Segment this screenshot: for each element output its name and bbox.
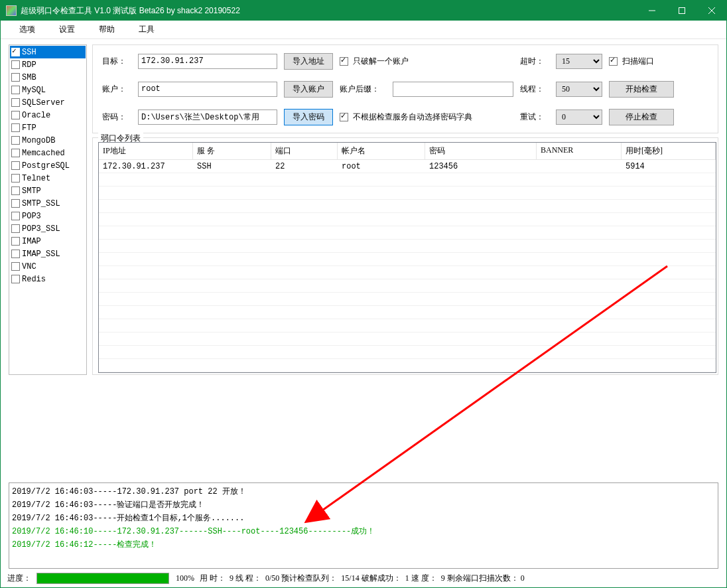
service-checkbox[interactable]: [11, 98, 20, 107]
service-label: FTP: [22, 123, 36, 133]
noauto-label: 不根据检查服务自动选择密码字典: [353, 111, 472, 123]
suffix-input[interactable]: [393, 82, 513, 97]
timeout-select[interactable]: 15: [556, 54, 602, 69]
service-item-ftp[interactable]: FTP: [10, 121, 86, 134]
service-item-vnc[interactable]: VNC: [10, 260, 86, 273]
only-one-checkbox[interactable]: [340, 57, 348, 66]
form-panel: 目标： 导入地址 只破解一个账户 超时： 15 扫描端口 账户：: [92, 44, 718, 133]
maximize-button[interactable]: [667, 1, 696, 21]
col-pass[interactable]: 密码: [425, 143, 537, 159]
service-label: IMAP: [22, 237, 41, 246]
start-button[interactable]: 开始检查: [609, 81, 674, 98]
col-ip[interactable]: IP地址: [99, 143, 193, 159]
service-checkbox[interactable]: [11, 48, 20, 56]
service-item-pop3[interactable]: POP3: [10, 210, 86, 222]
stop-button[interactable]: 停止检查: [609, 109, 674, 125]
col-banner[interactable]: BANNER: [537, 143, 622, 159]
service-item-redis[interactable]: Redis: [10, 273, 86, 285]
col-user[interactable]: 帐户名: [338, 143, 425, 159]
service-checkbox[interactable]: [11, 161, 20, 170]
service-item-smtp_ssl[interactable]: SMTP_SSL: [10, 197, 86, 210]
service-item-sqlserver[interactable]: SQLServer: [10, 96, 86, 109]
service-label: Oracle: [22, 111, 50, 120]
menu-tools[interactable]: 工具: [128, 21, 165, 38]
progress-pct: 100%: [176, 573, 194, 583]
menu-help[interactable]: 帮助: [88, 21, 125, 38]
table-row[interactable]: 172.30.91.237SSH22root1234565914: [99, 160, 716, 173]
log-panel[interactable]: 2019/7/2 16:46:03-----172.30.91.237 port…: [9, 482, 718, 569]
service-list[interactable]: SSHRDPSMBMySQLSQLServerOracleFTPMongoDBM…: [9, 44, 87, 375]
service-checkbox[interactable]: [11, 237, 20, 246]
status-bar: 进度： 100% 用 时： 9 线 程： 0/50 预计检查队列： 15/14 …: [1, 569, 726, 587]
col-time[interactable]: 用时[毫秒]: [622, 143, 716, 159]
log-line: 2019/7/2 16:46:12-----检查完成！: [12, 538, 715, 551]
status-text: 用 时： 9 线 程： 0/50 预计检查队列： 15/14 破解成功： 1 速…: [200, 573, 525, 584]
service-label: SSH: [22, 48, 36, 57]
suffix-label: 账户后缀：: [340, 84, 386, 95]
service-checkbox[interactable]: [11, 86, 20, 94]
minimize-button[interactable]: [637, 1, 667, 21]
col-service[interactable]: 服 务: [193, 143, 271, 159]
service-checkbox[interactable]: [11, 149, 20, 157]
user-label: 账户：: [102, 84, 131, 95]
threads-select[interactable]: 50: [556, 82, 602, 97]
log-line: 2019/7/2 16:46:03-----172.30.91.237 port…: [12, 485, 715, 498]
service-item-telnet[interactable]: Telnet: [10, 172, 86, 184]
menu-options[interactable]: 选项: [9, 21, 46, 38]
service-label: RDP: [22, 60, 36, 70]
service-item-imap[interactable]: IMAP: [10, 235, 86, 248]
service-item-smb[interactable]: SMB: [10, 71, 86, 84]
close-button[interactable]: [696, 1, 726, 21]
service-item-imap_ssl[interactable]: IMAP_SSL: [10, 248, 86, 260]
service-item-ssh[interactable]: SSH: [10, 46, 86, 58]
window-title: 超级弱口令检查工具 V1.0 测试版 Beta26 by shack2 2019…: [21, 5, 637, 17]
service-checkbox[interactable]: [11, 199, 20, 208]
retry-select[interactable]: 0: [556, 110, 602, 125]
user-input[interactable]: [138, 82, 277, 97]
service-label: MongoDB: [22, 136, 55, 145]
service-item-mysql[interactable]: MySQL: [10, 84, 86, 96]
scan-port-checkbox[interactable]: [609, 57, 618, 66]
result-table[interactable]: IP地址 服 务 端口 帐户名 密码 BANNER 用时[毫秒] 172.30.…: [98, 142, 716, 373]
service-label: PostgreSQL: [22, 161, 70, 171]
noauto-checkbox[interactable]: [340, 113, 348, 121]
service-checkbox[interactable]: [11, 123, 20, 132]
service-checkbox[interactable]: [11, 275, 20, 283]
service-checkbox[interactable]: [11, 73, 20, 82]
col-port[interactable]: 端口: [271, 143, 338, 159]
service-item-smtp[interactable]: SMTP: [10, 184, 86, 197]
title-bar: 超级弱口令检查工具 V1.0 测试版 Beta26 by shack2 2019…: [1, 1, 726, 21]
import-pass-button[interactable]: 导入密码: [284, 109, 333, 125]
service-checkbox[interactable]: [11, 212, 20, 220]
pass-label: 密码：: [102, 111, 131, 123]
pass-input[interactable]: [138, 110, 277, 125]
service-checkbox[interactable]: [11, 174, 20, 183]
service-checkbox[interactable]: [11, 224, 20, 233]
service-label: POP3: [22, 212, 41, 221]
service-checkbox[interactable]: [11, 111, 20, 119]
import-address-button[interactable]: 导入地址: [284, 53, 333, 70]
threads-label: 线程：: [520, 84, 549, 95]
target-label: 目标：: [102, 56, 131, 67]
service-checkbox[interactable]: [11, 262, 20, 271]
progress-label: 进度：: [7, 573, 31, 584]
service-checkbox[interactable]: [11, 186, 20, 195]
service-item-oracle[interactable]: Oracle: [10, 109, 86, 121]
import-user-button[interactable]: 导入账户: [284, 81, 333, 98]
progress-fill: [37, 573, 168, 583]
service-label: SMB: [22, 73, 36, 82]
service-item-mongodb[interactable]: MongoDB: [10, 134, 86, 147]
service-item-rdp[interactable]: RDP: [10, 58, 86, 71]
service-label: MySQL: [22, 86, 46, 95]
service-checkbox[interactable]: [11, 60, 20, 69]
service-checkbox[interactable]: [11, 250, 20, 258]
service-item-pop3_ssl[interactable]: POP3_SSL: [10, 222, 86, 235]
service-checkbox[interactable]: [11, 136, 20, 145]
log-line: 2019/7/2 16:46:03-----开始检查1个目标,1个服务.....…: [12, 512, 715, 525]
service-item-memcached[interactable]: Memcached: [10, 147, 86, 159]
service-item-postgresql[interactable]: PostgreSQL: [10, 159, 86, 172]
service-label: VNC: [22, 262, 36, 271]
target-input[interactable]: [138, 54, 277, 69]
menu-settings[interactable]: 设置: [48, 21, 86, 38]
log-line: 2019/7/2 16:46:10-----172.30.91.237-----…: [12, 525, 715, 538]
